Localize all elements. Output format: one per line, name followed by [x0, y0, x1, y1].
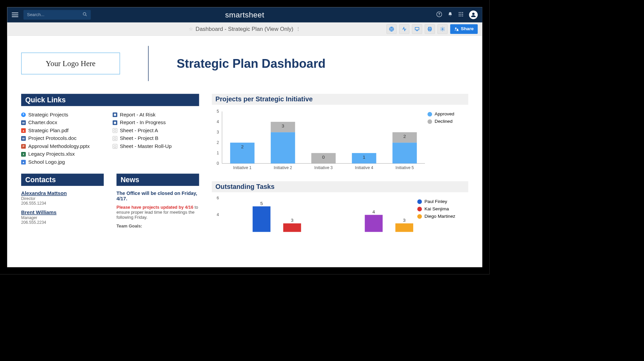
legend-item: Diego Martinez: [417, 214, 468, 219]
svg-line-1: [86, 15, 87, 16]
svg-rect-58: [365, 215, 383, 232]
quick-link-item[interactable]: WProject Protocols.doc: [21, 135, 108, 143]
svg-point-19: [442, 28, 443, 30]
top-nav: smartsheet ?: [7, 7, 482, 22]
svg-rect-60: [395, 223, 413, 232]
svg-text:Initiative 4: Initiative 4: [355, 165, 373, 170]
help-icon[interactable]: ?: [436, 11, 442, 18]
share-button[interactable]: Share: [450, 24, 478, 34]
quick-link-item[interactable]: ▢Sheet - Master Roll-Up: [113, 142, 199, 150]
news-body: Please have projects updated by 4/16 to …: [116, 205, 199, 220]
svg-rect-4: [459, 12, 460, 13]
legend-item: Paul Finley: [417, 199, 468, 204]
file-icon: X: [21, 152, 26, 157]
svg-point-0: [83, 12, 86, 15]
svg-text:2: 2: [404, 134, 406, 139]
file-icon: ▢: [113, 144, 117, 149]
svg-rect-6: [462, 12, 463, 13]
file-icon: ⠿: [21, 112, 26, 117]
svg-text:4: 4: [372, 209, 375, 214]
more-icon[interactable]: ⋮: [296, 26, 301, 32]
contact-item: Alexandra MattsonDirector206.555.1234: [21, 191, 104, 206]
contact-name[interactable]: Alexandra Mattson: [21, 191, 104, 196]
globe-button[interactable]: [386, 24, 396, 34]
share-label: Share: [461, 26, 474, 32]
chart1-title: Projects per Strategic Initiative: [215, 95, 465, 103]
search-box[interactable]: [23, 10, 91, 20]
svg-text:5: 5: [217, 109, 219, 114]
activity-button[interactable]: [399, 24, 409, 34]
contact-role: Manager: [21, 215, 104, 220]
svg-rect-10: [459, 15, 460, 16]
quick-link-item[interactable]: WCharter.docx: [21, 118, 108, 126]
search-input[interactable]: [27, 12, 83, 17]
quick-link-item[interactable]: ▢Sheet - Project A: [113, 126, 199, 135]
file-icon: ▦: [113, 120, 117, 125]
quick-link-item[interactable]: ▢Sheet - Project B: [113, 135, 199, 143]
legend-item: Approved: [428, 111, 469, 117]
svg-rect-38: [271, 132, 295, 163]
legend-item: Declined: [428, 119, 469, 124]
svg-rect-5: [461, 12, 462, 13]
chart2-title: Outstanding Tasks: [215, 183, 465, 191]
quick-link-label: School Logo.jpg: [28, 159, 65, 165]
quick-link-label: Charter.docx: [28, 119, 57, 125]
contact-item: Brent WilliamsManager206.555.2234: [21, 210, 104, 225]
quick-link-label: Sheet - Master Roll-Up: [120, 143, 172, 149]
chart1: 0123452Initiative 13Initiative 20Initiat…: [212, 109, 428, 171]
svg-text:Initiative 5: Initiative 5: [395, 165, 414, 170]
quick-link-item[interactable]: ⠿Strategic Projects: [21, 111, 108, 119]
chart2: 645343: [212, 196, 418, 232]
quick-link-label: Report - In Progress: [120, 119, 166, 125]
svg-point-20: [455, 28, 457, 29]
svg-text:Initiative 1: Initiative 1: [233, 165, 252, 170]
document-title: Dashboard - Strategic Plan (View Only): [196, 25, 293, 32]
quick-link-label: Sheet - Project B: [120, 136, 158, 141]
svg-rect-15: [415, 27, 419, 30]
print-button[interactable]: [425, 24, 435, 34]
svg-rect-11: [461, 15, 462, 16]
quick-link-label: Strategic Projects: [28, 112, 68, 117]
svg-rect-7: [459, 14, 460, 15]
quick-link-label: Strategic Plan.pdf: [28, 127, 68, 133]
menu-icon[interactable]: [12, 12, 18, 17]
apps-icon[interactable]: [458, 12, 463, 18]
chart1-legend: ApprovedDeclined: [428, 109, 469, 171]
present-button[interactable]: [412, 24, 422, 34]
chart2-legend: Paul FinleyKai SenjimaDiego Martinez: [417, 196, 468, 232]
page-title: Strategic Plan Dashboard: [177, 56, 326, 70]
divider: [148, 46, 149, 81]
svg-text:3: 3: [291, 218, 293, 223]
svg-text:Initiative 2: Initiative 2: [274, 165, 292, 170]
svg-rect-9: [462, 14, 463, 15]
logo-placeholder: Your Logo Here: [21, 53, 120, 74]
svg-text:1: 1: [363, 155, 366, 160]
file-icon: W: [21, 120, 26, 125]
quick-link-item[interactable]: XLegacy Projects.xlsx: [21, 150, 108, 158]
sub-header: ☆ Dashboard - Strategic Plan (View Only)…: [7, 22, 482, 36]
svg-rect-12: [462, 15, 463, 16]
svg-text:6: 6: [217, 196, 219, 200]
svg-text:2: 2: [241, 144, 244, 149]
svg-text:5: 5: [260, 201, 263, 206]
svg-text:4: 4: [217, 212, 219, 217]
avatar[interactable]: [469, 10, 478, 19]
quick-link-item[interactable]: ▲School Logo.jpg: [21, 158, 108, 166]
bell-icon[interactable]: [448, 11, 453, 18]
svg-text:4: 4: [217, 119, 219, 124]
svg-text:?: ?: [438, 12, 440, 16]
news-alert: Please have projects updated by 4/16: [116, 205, 193, 209]
svg-text:2: 2: [217, 140, 219, 145]
star-icon[interactable]: ☆: [189, 26, 193, 32]
quick-link-item[interactable]: ▦Report - At Risk: [113, 111, 199, 119]
quick-link-item[interactable]: ▦Report - In Progress: [113, 118, 199, 126]
contact-name[interactable]: Brent Williams: [21, 210, 104, 215]
news-title: News: [116, 174, 199, 186]
quick-link-label: Project Protocols.doc: [28, 136, 76, 141]
svg-rect-54: [253, 206, 270, 232]
quick-link-item[interactable]: PApproval Methodology.pptx: [21, 142, 108, 150]
settings-button[interactable]: [437, 24, 447, 34]
quick-link-item[interactable]: ▲Strategic Plan.pdf: [21, 126, 108, 135]
search-icon[interactable]: [83, 12, 87, 17]
contact-phone: 206.555.1234: [21, 201, 104, 206]
